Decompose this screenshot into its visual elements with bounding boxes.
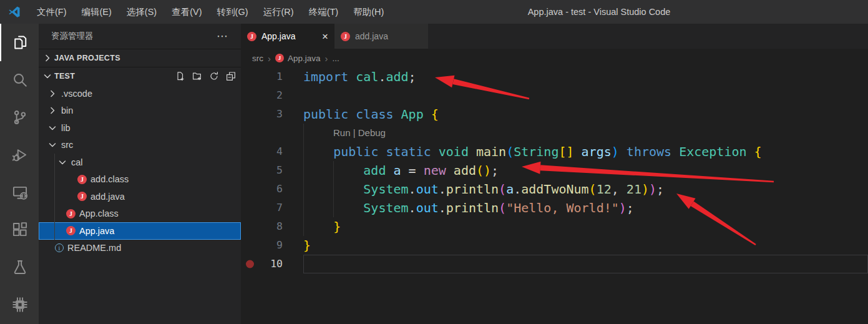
section-header-test[interactable]: TEST — [39, 67, 241, 85]
menu-item-4[interactable]: 转到(G) — [210, 0, 256, 24]
gutter[interactable]: 6 — [241, 180, 303, 199]
gutter[interactable]: 10 — [241, 255, 303, 273]
token: println — [446, 200, 499, 215]
line-content[interactable] — [303, 86, 868, 105]
tab-app-java[interactable]: JApp.java× — [241, 24, 334, 49]
activity-hardware[interactable] — [0, 286, 39, 323]
activity-remote-explorer[interactable] — [0, 174, 39, 211]
beaker-icon — [12, 259, 28, 275]
tree-item-bin[interactable]: bin — [39, 102, 241, 120]
activity-extensions[interactable] — [0, 211, 39, 248]
activity-source-control[interactable] — [0, 99, 39, 136]
breadcrumb-item-app-java[interactable]: JApp.java — [275, 54, 321, 63]
menu-item-5[interactable]: 运行(R) — [255, 0, 301, 24]
line-content[interactable]: add a = new add(); — [303, 161, 868, 180]
breadcrumb-item--[interactable]: ... — [333, 54, 339, 63]
tree-item-src[interactable]: src — [39, 137, 241, 154]
tree-item-add-class[interactable]: Jadd.class — [39, 171, 241, 189]
breadcrumb-separator: › — [325, 53, 328, 64]
codelens-run-debug[interactable]: Run | Debug — [241, 124, 868, 142]
token: addTwoNum — [521, 182, 588, 197]
code-line-8[interactable]: 8 } — [241, 217, 868, 236]
activity-run-debug[interactable] — [0, 136, 39, 174]
activity-search[interactable] — [0, 61, 39, 99]
new-folder-icon[interactable] — [192, 71, 202, 81]
menu-item-3[interactable]: 查看(V) — [164, 0, 209, 24]
code-line-1[interactable]: 1import cal.add; — [241, 67, 868, 86]
gutter[interactable]: 8 — [241, 217, 303, 236]
java-file-icon: J — [247, 32, 256, 41]
line-content[interactable] — [303, 255, 868, 273]
breadcrumb-item-src[interactable]: src — [252, 54, 263, 63]
more-actions-icon[interactable]: ⋯ — [217, 33, 228, 39]
tab-add-java[interactable]: Jadd.java — [334, 24, 428, 49]
line-content[interactable]: import cal.add; — [303, 67, 868, 86]
line-content[interactable]: public class App { — [303, 105, 868, 124]
menu-item-1[interactable]: 编辑(E) — [74, 0, 119, 24]
gutter[interactable]: 5 — [241, 161, 303, 180]
token: , — [612, 182, 627, 197]
token: new — [424, 163, 446, 178]
section-header-java-projects[interactable]: JAVA PROJECTS — [39, 49, 241, 67]
activity-explorer[interactable] — [0, 24, 39, 61]
token: { — [754, 144, 762, 159]
chevron-right-icon — [42, 53, 52, 63]
line-content[interactable]: System.out.println("Hello, World!"); — [303, 199, 868, 217]
code-line-2[interactable]: 2 — [241, 86, 868, 105]
tree-item-label: add.java — [90, 192, 125, 202]
token: static — [386, 144, 431, 159]
codelens-label[interactable]: Run | Debug — [333, 127, 386, 138]
token — [303, 200, 363, 215]
token: Exception — [679, 144, 746, 159]
gutter[interactable]: 4 — [241, 142, 303, 161]
menu-item-2[interactable]: 选择(S) — [119, 0, 164, 24]
tree-item-cal[interactable]: cal — [39, 154, 241, 171]
gutter[interactable]: 2 — [241, 86, 303, 105]
token: . — [439, 200, 446, 215]
code-line-5[interactable]: 5 add a = new add(); — [241, 161, 868, 180]
tree-item-add-java[interactable]: Jadd.java — [39, 188, 241, 205]
token — [303, 219, 333, 234]
tree-item-app-java[interactable]: JApp.java — [39, 222, 241, 240]
line-content[interactable]: System.out.println(a.addTwoNum(12, 21)); — [303, 180, 868, 199]
tree-item-app-class[interactable]: JApp.class — [39, 205, 241, 223]
tree-item-lib[interactable]: lib — [39, 119, 241, 137]
line-content[interactable]: } — [303, 236, 868, 255]
sidebar: 资源管理器 ⋯ JAVA PROJECTSTEST.vscodebinlibsr… — [39, 24, 241, 324]
new-file-icon[interactable] — [175, 71, 185, 81]
breakpoint-dot[interactable] — [246, 260, 254, 268]
tree-item-readme-md[interactable]: iREADME.md — [39, 240, 241, 257]
code-line-7[interactable]: 7 System.out.println("Hello, World!"); — [241, 199, 868, 217]
collapse-all-icon[interactable] — [226, 71, 236, 81]
token: [] — [558, 144, 573, 159]
gutter[interactable]: 9 — [241, 236, 303, 255]
code-line-9[interactable]: 9} — [241, 236, 868, 255]
menu-item-6[interactable]: 终端(T) — [301, 0, 346, 24]
section-label: TEST — [54, 72, 75, 81]
code-line-6[interactable]: 6 System.out.println(a.addTwoNum(12, 21)… — [241, 180, 868, 199]
menu-item-0[interactable]: 文件(F) — [29, 0, 74, 24]
line-content[interactable]: } — [303, 217, 868, 236]
line-number: 5 — [276, 164, 283, 176]
tree-item--vscode[interactable]: .vscode — [39, 85, 241, 102]
gutter[interactable]: 1 — [241, 67, 303, 86]
java-file-icon: J — [341, 32, 350, 41]
sidebar-title: 资源管理器 — [51, 31, 94, 42]
code-line-10[interactable]: 10 — [241, 255, 868, 273]
code-editor[interactable]: 1import cal.add;23public class App {Run … — [241, 67, 868, 324]
activity-testing[interactable] — [0, 248, 39, 286]
code-line-3[interactable]: 3public class App { — [241, 105, 868, 124]
gutter[interactable]: 3 — [241, 105, 303, 124]
chip-icon — [12, 297, 28, 313]
line-content[interactable]: public static void main(String[] args) t… — [303, 142, 868, 161]
token: ) — [612, 144, 619, 159]
code-line-4[interactable]: 4 public static void main(String[] args)… — [241, 142, 868, 161]
close-icon[interactable]: × — [322, 31, 328, 42]
java-file-icon: J — [77, 175, 87, 184]
debug-icon — [12, 147, 28, 163]
menu-item-7[interactable]: 帮助(H) — [346, 0, 391, 24]
refresh-icon[interactable] — [209, 71, 219, 81]
java-file-icon: J — [77, 192, 87, 201]
chevron-right-icon — [47, 89, 57, 99]
gutter[interactable]: 7 — [241, 199, 303, 217]
